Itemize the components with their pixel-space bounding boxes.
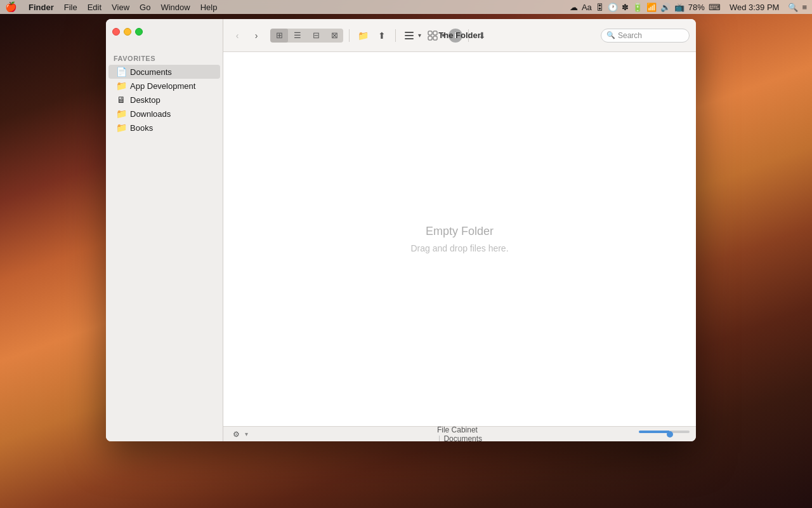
search-icon: 🔍: [606, 31, 615, 39]
toolbar: ‹ › ⊞ ☰ ⊟ ⊠ 📁 ⬆: [223, 19, 696, 52]
group-button[interactable]: [425, 28, 440, 43]
close-button[interactable]: [112, 28, 120, 36]
sidebar-label-documents: Documents: [130, 67, 172, 77]
toolbar-right: 🔍 Search: [601, 29, 690, 43]
view-mode-group: ⊞ ☰ ⊟ ⊠: [270, 29, 343, 43]
sidebar-item-documents[interactable]: 📄 Documents: [108, 65, 220, 79]
svg-rect-14: [405, 38, 414, 39]
datetime-display: Wed 3:39 PM: [724, 0, 785, 14]
status-path: File Cabinet | Documents: [437, 425, 482, 442]
menu-edit[interactable]: Edit: [82, 0, 107, 14]
minimize-button[interactable]: [124, 28, 131, 36]
menu-go[interactable]: Go: [134, 0, 155, 14]
sidebar-item-downloads[interactable]: 📁 Downloads: [108, 107, 220, 121]
menu-finder[interactable]: Finder: [23, 0, 59, 14]
separator-3: [468, 29, 469, 42]
search-box[interactable]: 🔍 Search: [601, 29, 690, 43]
svg-rect-12: [405, 32, 414, 33]
group-chevron: ▾: [442, 32, 445, 39]
zoom-handle[interactable]: [667, 431, 673, 438]
maximize-button[interactable]: [135, 28, 143, 36]
folder-content: Empty Folder Drag and drop files here.: [223, 52, 696, 426]
group-icon: [428, 30, 438, 41]
status-path-main: File Cabinet: [437, 425, 482, 434]
arrange-group: ▾: [402, 28, 421, 43]
search-menubar-icon[interactable]: 🔍: [788, 3, 798, 12]
svg-rect-17: [428, 36, 432, 40]
books-folder-icon: 📁: [116, 123, 126, 133]
sidebar-label-desktop: Desktop: [130, 95, 160, 105]
separator-2: [395, 29, 396, 42]
keyboard-icon: ⌨: [709, 3, 721, 12]
info-button[interactable]: i: [449, 29, 462, 43]
sidebar-label-books: Books: [130, 123, 153, 133]
empty-folder-title: Empty Folder: [426, 225, 494, 238]
sidebar-label-app-development: App Development: [130, 81, 195, 91]
view-icon-list[interactable]: ☰: [289, 29, 306, 43]
notification-icon[interactable]: ≡: [802, 3, 807, 12]
sidebar-item-books[interactable]: 📁 Books: [108, 121, 220, 135]
svg-rect-15: [428, 31, 432, 35]
sliders-icon: 🎛: [596, 3, 604, 12]
main-content: ‹ › ⊞ ☰ ⊟ ⊠ 📁 ⬆: [223, 19, 696, 441]
share-button[interactable]: ⬆: [374, 28, 390, 43]
view-icon-grid[interactable]: ⊞: [270, 29, 288, 43]
view-icon-column[interactable]: ⊟: [307, 29, 325, 43]
bluetooth-icon: ✽: [622, 3, 629, 12]
downloads-folder-icon: 📁: [116, 109, 126, 119]
forward-button[interactable]: ›: [249, 28, 264, 43]
arrange-button[interactable]: [402, 28, 417, 43]
menubar: 🍎 Finder File Edit View Go Window Help ☁…: [0, 0, 812, 14]
back-button[interactable]: ‹: [230, 28, 245, 43]
apple-menu[interactable]: 🍎: [5, 1, 17, 13]
menubar-right: ☁ Aa 🎛 🕐 ✽ 🔋 📶 🔊 📺 78% ⌨ Wed 3:39 PM 🔍 ≡: [570, 0, 807, 14]
svg-rect-13: [405, 35, 414, 36]
documents-icon: 📄: [116, 67, 126, 77]
path-button[interactable]: 📁: [355, 28, 370, 43]
sidebar-label-downloads: Downloads: [130, 109, 171, 119]
zoom-slider[interactable]: [639, 431, 690, 433]
status-settings-chevron: ▾: [245, 431, 248, 438]
zoom-slider-container: [639, 431, 690, 438]
sidebar: Favorites 📄 Documents 📁 App Development …: [106, 19, 223, 441]
airplay-icon: 📺: [674, 3, 684, 12]
status-path-separator: |: [438, 434, 442, 442]
menu-help[interactable]: Help: [195, 0, 223, 14]
battery-icon: 🔋: [632, 3, 643, 12]
status-settings-button[interactable]: ⚙: [230, 428, 242, 441]
search-placeholder: Search: [618, 31, 642, 40]
status-bar: ⚙ ▾ File Cabinet | Documents: [223, 426, 696, 441]
separator-1: [349, 29, 350, 42]
menu-file[interactable]: File: [59, 0, 82, 14]
app-dev-folder-icon: 📁: [116, 81, 126, 91]
view-icon-cover[interactable]: ⊠: [325, 29, 343, 43]
arrange-chevron: ▾: [418, 32, 421, 39]
arrange-icon: [404, 30, 414, 41]
status-right: [639, 431, 690, 438]
wifi-icon: 📶: [646, 3, 657, 12]
volume-icon: 🔊: [660, 3, 671, 12]
svg-rect-16: [433, 31, 437, 35]
finder-window: Favorites 📄 Documents 📁 App Development …: [106, 19, 696, 441]
menu-view[interactable]: View: [107, 0, 134, 14]
status-path-sub: Documents: [443, 434, 482, 442]
sidebar-item-desktop[interactable]: 🖥 Desktop: [108, 93, 220, 107]
desktop-icon: 🖥: [116, 95, 126, 105]
traffic-lights: [112, 28, 143, 36]
sidebar-favorites-header: Favorites: [106, 51, 223, 65]
menu-window[interactable]: Window: [155, 0, 195, 14]
font-icon: Aa: [582, 3, 592, 12]
svg-rect-18: [433, 36, 437, 40]
download-button[interactable]: ⬇: [475, 28, 490, 43]
empty-folder-subtitle: Drag and drop files here.: [410, 243, 508, 253]
cloud-icon: ☁: [570, 3, 578, 12]
sidebar-item-app-development[interactable]: 📁 App Development: [108, 79, 220, 93]
battery-pct: 78%: [688, 3, 705, 12]
group-group: ▾: [425, 28, 445, 43]
timemachine-icon: 🕐: [608, 3, 618, 12]
